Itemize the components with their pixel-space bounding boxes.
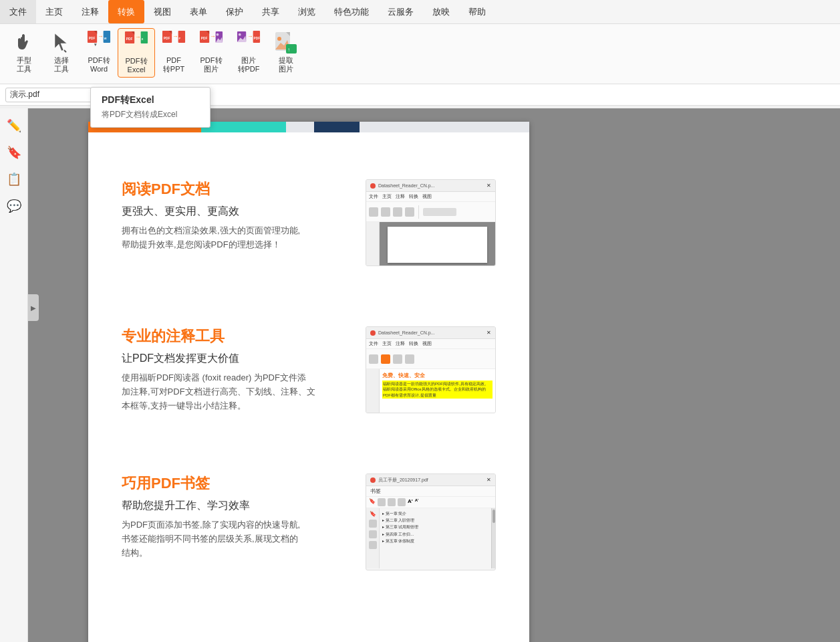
- section-read-pdf: 阅读PDF文档 更强大、更实用、更高效 拥有出色的文档渲染效果,强大的页面管理功…: [122, 179, 496, 293]
- pdf-page: 阅读PDF文档 更强大、更实用、更高效 拥有出色的文档渲染效果,强大的页面管理功…: [88, 122, 529, 642]
- mini3-scrollbar-thumb: [493, 510, 495, 523]
- sidebar-bookmark-icon[interactable]: 🔖: [3, 142, 25, 163]
- menu-file[interactable]: 文件: [0, 0, 36, 23]
- mini2-tool1: [369, 354, 378, 364]
- image-pdf-icon: → PDF: [237, 31, 261, 55]
- tooltip-title: PDF转Excel: [102, 94, 199, 106]
- pdf-to-ppt-button[interactable]: PDF → P PDF转PPT: [155, 28, 192, 76]
- pdf-to-excel-button[interactable]: PDF → X PDF转Excel: [118, 28, 155, 78]
- hand-tool-button[interactable]: 手型工具: [5, 28, 43, 76]
- svg-text:→: →: [172, 33, 178, 39]
- pdf-to-word-label: PDF转Word: [88, 56, 110, 74]
- mini1-menu2: 主页: [382, 193, 392, 200]
- hand-icon: [12, 31, 36, 55]
- menu-share[interactable]: 共享: [253, 0, 289, 23]
- mini1-addr: [423, 208, 456, 216]
- mini2-tool3: [393, 354, 402, 364]
- pdf-ppt-icon: PDF → P: [162, 31, 186, 55]
- menu-form[interactable]: 表单: [180, 0, 217, 23]
- mini2-sidebar: [366, 369, 380, 413]
- sidebar-comment-icon[interactable]: 💬: [3, 195, 25, 217]
- tooltip-dropdown: PDF转Excel 将PDF文档转成Excel: [90, 87, 211, 128]
- bar-navy: [314, 122, 360, 132]
- mini3-toc: ▸ 第一章 简介 ▸ 第二章 入职管理 ▸ 第三章 试用期管理 ▸ 第四章 工作…: [380, 508, 491, 568]
- menu-features[interactable]: 特色功能: [325, 0, 378, 23]
- menu-home[interactable]: 主页: [36, 0, 72, 23]
- extract-image-button[interactable]: ↑ 提取图片: [267, 28, 305, 76]
- svg-rect-18: [178, 31, 185, 43]
- mini3-scrollbar: [491, 508, 495, 568]
- select-tool-label: 选择工具: [54, 56, 69, 74]
- pdf-to-image-label: PDF转图片: [200, 56, 223, 74]
- mini3-sidebar: 🔖: [366, 508, 380, 568]
- section3-screenshot: 员工手册_20120917.pdf ✕ 书签 🔖 A' A': [366, 473, 496, 570]
- mini2-content: 免费、快速、安全 福昕阅读器是一款功能强大的PDF阅读软件,具有稳定高效。福昕阅…: [380, 369, 495, 413]
- main-content: 阅读PDF文档 更强大、更实用、更高效 拥有出色的文档渲染效果,强大的页面管理功…: [28, 108, 840, 642]
- menu-slideshow[interactable]: 放映: [423, 0, 459, 23]
- pdf-to-word-button[interactable]: PDF → W ▼ PDF转Word: [80, 28, 118, 76]
- image-to-pdf-button[interactable]: → PDF 图片转PDF: [230, 28, 267, 76]
- mini1-menu1: 文件: [369, 193, 378, 200]
- select-tool-button[interactable]: 选择工具: [43, 28, 80, 76]
- hand-tool-label: 手型工具: [17, 56, 31, 74]
- section-bookmark: 巧用PDF书签 帮助您提升工作、学习效率 为PDF页面添加书签,除了实现内容的快…: [122, 473, 496, 587]
- bar-teal: [201, 122, 286, 132]
- mini1-menu3: 注释: [396, 193, 405, 200]
- mini1-menu4: 转换: [409, 193, 418, 200]
- tooltip-description: 将PDF文档转成Excel: [102, 109, 199, 120]
- svg-point-28: [239, 33, 241, 36]
- mini1-page: [388, 227, 487, 263]
- mini2-tool4: [405, 354, 414, 364]
- menu-protect[interactable]: 保护: [217, 0, 253, 23]
- svg-text:PDF: PDF: [164, 37, 170, 40]
- menu-browse[interactable]: 浏览: [289, 0, 325, 23]
- image-to-pdf-label: 图片转PDF: [238, 56, 260, 74]
- menu-cloud[interactable]: 云服务: [378, 0, 423, 23]
- bar-light: [286, 122, 314, 132]
- mini2-menu5: 视图: [422, 340, 432, 347]
- sidebar-collapse-arrow[interactable]: ▶: [28, 294, 39, 321]
- extract-image-label: 提取图片: [279, 56, 293, 74]
- extract-icon: ↑: [274, 31, 298, 55]
- mini1-tool3: [393, 207, 402, 217]
- svg-line-0: [64, 50, 66, 52]
- menu-view[interactable]: 视图: [144, 0, 180, 23]
- mini1-content: [380, 222, 495, 266]
- mini1-separator: [418, 205, 419, 219]
- svg-text:→: →: [98, 33, 104, 39]
- select-icon: [49, 31, 74, 55]
- pdf-content-area: 阅读PDF文档 更强大、更实用、更高效 拥有出色的文档渲染效果,强大的页面管理功…: [88, 152, 529, 642]
- section1-screenshot: Datasheet_Reader_CN.p... ✕ 文件 主页 注释 转换 视…: [366, 179, 496, 266]
- svg-text:▼: ▼: [93, 42, 98, 47]
- svg-text:→: →: [210, 33, 216, 39]
- mini2-menu3: 注释: [396, 340, 405, 347]
- pdf-to-ppt-label: PDF转PPT: [163, 56, 184, 74]
- menu-convert[interactable]: 转换: [108, 0, 144, 23]
- toolbar: 手型工具 选择工具 PDF → W ▼: [0, 24, 840, 84]
- mini1-tool1: [369, 207, 378, 217]
- svg-point-25: [217, 33, 219, 36]
- section2-screenshot: Datasheet_Reader_CN.p... ✕ 文件 主页 注释 转换 视…: [366, 326, 496, 413]
- mini2-menu1: 文件: [369, 340, 378, 347]
- mini2-title: Datasheet_Reader_CN.p...: [378, 330, 434, 335]
- svg-text:↑: ↑: [287, 47, 290, 53]
- sidebar-pages-icon[interactable]: 📋: [3, 169, 25, 190]
- section-annotation: 专业的注释工具 让PDF文档发挥更大价值 使用福昕PDF阅读器 (foxit r…: [122, 326, 496, 440]
- svg-text:PDF: PDF: [89, 37, 96, 40]
- mini1-sidebar: [366, 222, 380, 266]
- mini1-menu5: 视图: [422, 193, 432, 200]
- svg-text:→: →: [247, 33, 253, 39]
- bar-gray: [360, 122, 529, 132]
- sidebar-annotate-icon[interactable]: ✏️: [3, 115, 25, 136]
- mini1-tool4: [405, 207, 414, 217]
- mini2-highlight-title: 免费、快速、安全: [382, 372, 493, 379]
- pdf-to-excel-label: PDF转Excel: [126, 57, 148, 74]
- menu-help[interactable]: 帮助: [459, 0, 495, 23]
- mini3-title: 员工手册_20120917.pdf: [378, 477, 428, 484]
- mini2-menu2: 主页: [382, 340, 392, 347]
- left-sidebar: ✏️ 🔖 📋 💬: [0, 108, 28, 642]
- svg-text:→: →: [135, 33, 141, 40]
- mini2-tool2: [381, 354, 390, 364]
- pdf-to-image-button[interactable]: PDF → PDF转图片: [192, 28, 230, 76]
- menu-annotation[interactable]: 注释: [72, 0, 108, 23]
